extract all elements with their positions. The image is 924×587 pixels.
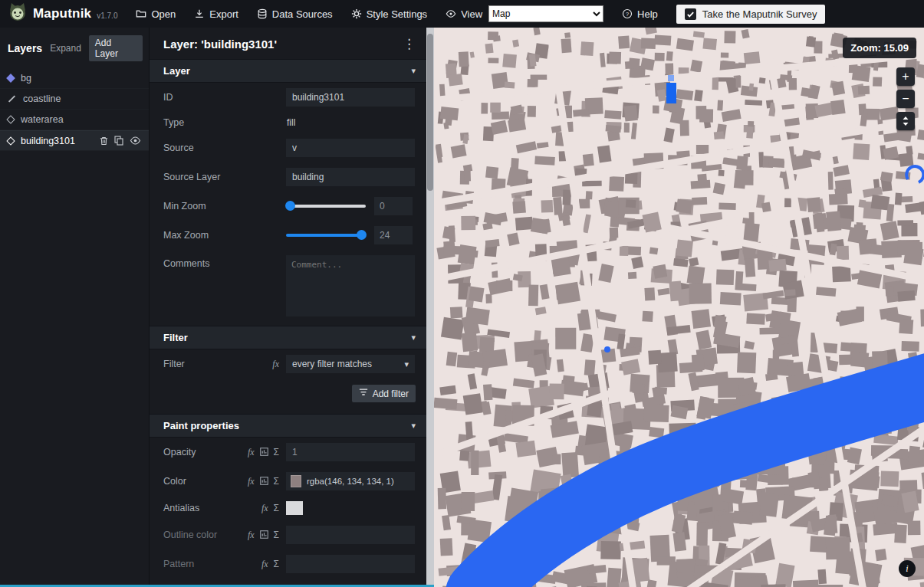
- max-zoom-slider-thumb[interactable]: [357, 230, 367, 240]
- field-row-pattern: Pattern fx Σ: [150, 549, 426, 579]
- open-menu-button[interactable]: Open: [136, 8, 176, 20]
- database-icon: [257, 8, 268, 19]
- chevron-down-icon: ▾: [404, 359, 409, 369]
- editor-scrollbar[interactable]: [426, 28, 434, 585]
- layer-item-label: building3101: [21, 136, 75, 146]
- comments-label: Comments: [163, 255, 286, 269]
- selected-building-highlight[interactable]: [666, 83, 676, 103]
- layers-header: Layers Expand Add Layer: [0, 28, 149, 68]
- data-expression-icon[interactable]: [260, 474, 268, 488]
- field-row-source-layer: Source Layer: [150, 162, 426, 192]
- function-fx-icon[interactable]: fx: [248, 476, 255, 487]
- layer-item-label: waterarea: [21, 114, 64, 125]
- view-mode-select[interactable]: Map: [488, 5, 603, 22]
- style-settings-menu-button[interactable]: Style Settings: [351, 8, 428, 20]
- add-filter-label: Add filter: [373, 389, 409, 399]
- zoom-out-button[interactable]: −: [896, 90, 915, 108]
- map-canvas[interactable]: Zoom: 15.09 + − i: [434, 28, 924, 587]
- outline-color-input[interactable]: [286, 526, 415, 544]
- eye-icon: [446, 8, 456, 19]
- type-value[interactable]: fill: [286, 117, 295, 128]
- layer-type-line-icon: [8, 95, 15, 102]
- layer-item-bg[interactable]: bg: [0, 68, 149, 89]
- duplicate-layer-icon[interactable]: [114, 136, 123, 146]
- pattern-input[interactable]: [286, 555, 415, 573]
- layer-actions: [100, 136, 141, 146]
- field-row-id: ID: [150, 83, 426, 112]
- attribution-info-button[interactable]: i: [899, 560, 916, 577]
- min-zoom-slider-thumb[interactable]: [285, 201, 295, 211]
- comments-textarea[interactable]: [286, 255, 415, 316]
- layer-list: bg coastline waterarea building3101: [0, 68, 149, 151]
- max-zoom-slider[interactable]: [286, 234, 366, 237]
- zoom-function-icon[interactable]: Σ: [274, 503, 279, 513]
- color-input[interactable]: rgba(146, 134, 134, 1): [286, 472, 415, 490]
- survey-button[interactable]: Take the Maputnik Survey: [676, 5, 826, 24]
- download-icon: [194, 8, 205, 19]
- max-zoom-input[interactable]: [374, 226, 413, 244]
- editor-title-row: Layer: 'building3101' ⋮: [150, 28, 426, 59]
- field-row-type: Type fill: [150, 112, 426, 133]
- section-header-filter[interactable]: Filter ▾: [150, 326, 426, 349]
- pond: [604, 346, 610, 353]
- zoom-function-icon[interactable]: Σ: [274, 476, 279, 487]
- view-menu-button[interactable]: View: [446, 8, 482, 20]
- data-sources-menu-button[interactable]: Data Sources: [257, 8, 333, 20]
- help-menu-button[interactable]: ? Help: [622, 8, 658, 20]
- min-zoom-slider[interactable]: [286, 205, 366, 208]
- id-label: ID: [163, 92, 286, 103]
- zoom-in-button[interactable]: +: [896, 67, 915, 86]
- style-settings-menu-label: Style Settings: [367, 8, 428, 20]
- function-fx-icon[interactable]: fx: [248, 530, 255, 541]
- layer-item-waterarea[interactable]: waterarea: [0, 110, 149, 130]
- data-expression-icon[interactable]: [260, 445, 268, 459]
- section-header-layer[interactable]: Layer ▾: [150, 59, 426, 83]
- outline-color-label: Outline color: [163, 530, 243, 540]
- source-label: Source: [163, 143, 286, 153]
- zoom-function-icon[interactable]: Σ: [274, 530, 279, 540]
- help-icon: ?: [622, 8, 633, 19]
- color-swatch[interactable]: [291, 475, 301, 487]
- field-row-outline-color: Outline color fx Σ: [150, 520, 426, 549]
- export-menu-button[interactable]: Export: [194, 8, 238, 20]
- layer-item-building3101[interactable]: building3101: [0, 130, 149, 151]
- field-row-filter: Filter fx every filter matches ▾: [150, 349, 426, 379]
- id-input[interactable]: [286, 88, 415, 107]
- function-fx-icon[interactable]: fx: [248, 447, 255, 458]
- source-layer-input[interactable]: [286, 168, 415, 186]
- min-zoom-input[interactable]: [374, 197, 413, 215]
- zoom-function-icon[interactable]: Σ: [274, 559, 279, 569]
- brand: Maputnik v1.7.0: [8, 2, 117, 25]
- function-fx-icon[interactable]: fx: [261, 559, 268, 570]
- export-menu-label: Export: [209, 8, 238, 20]
- opacity-input[interactable]: [286, 443, 415, 461]
- type-label: Type: [163, 117, 286, 128]
- pattern-label: Pattern: [163, 559, 243, 569]
- layer-options-kebab-icon[interactable]: ⋮: [403, 39, 416, 50]
- field-row-comments: Comments: [150, 250, 426, 322]
- toggle-visibility-icon[interactable]: [130, 136, 141, 146]
- pitch-toggle-button[interactable]: [896, 112, 915, 130]
- data-expression-icon[interactable]: [260, 528, 268, 542]
- zoom-function-icon[interactable]: Σ: [274, 447, 279, 457]
- add-layer-button[interactable]: Add Layer: [89, 35, 143, 61]
- layer-item-coastline[interactable]: coastline: [0, 89, 149, 110]
- editor-scrollbar-thumb[interactable]: [427, 34, 433, 191]
- filter-combinator-select[interactable]: every filter matches ▾: [286, 355, 415, 373]
- layer-type-fill-icon: [6, 136, 15, 145]
- function-fx-icon[interactable]: fx: [261, 503, 268, 514]
- delete-layer-icon[interactable]: [100, 136, 108, 146]
- section-header-paint[interactable]: Paint properties ▾: [150, 414, 426, 438]
- layer-item-label: bg: [21, 73, 31, 84]
- chevron-down-icon: ▾: [411, 421, 416, 431]
- data-sources-menu-label: Data Sources: [272, 8, 333, 20]
- expand-button[interactable]: Expand: [50, 43, 81, 54]
- source-input[interactable]: [286, 139, 415, 157]
- section-title: Paint properties: [163, 420, 411, 431]
- zoom-level-badge: Zoom: 15.09: [843, 38, 916, 58]
- top-toolbar: Maputnik v1.7.0 Open Export Data Sources: [0, 0, 924, 28]
- function-fx-icon[interactable]: fx: [272, 359, 279, 370]
- check-square-icon: [685, 8, 696, 20]
- antialias-select[interactable]: [286, 501, 303, 515]
- add-filter-button[interactable]: Add filter: [352, 385, 416, 402]
